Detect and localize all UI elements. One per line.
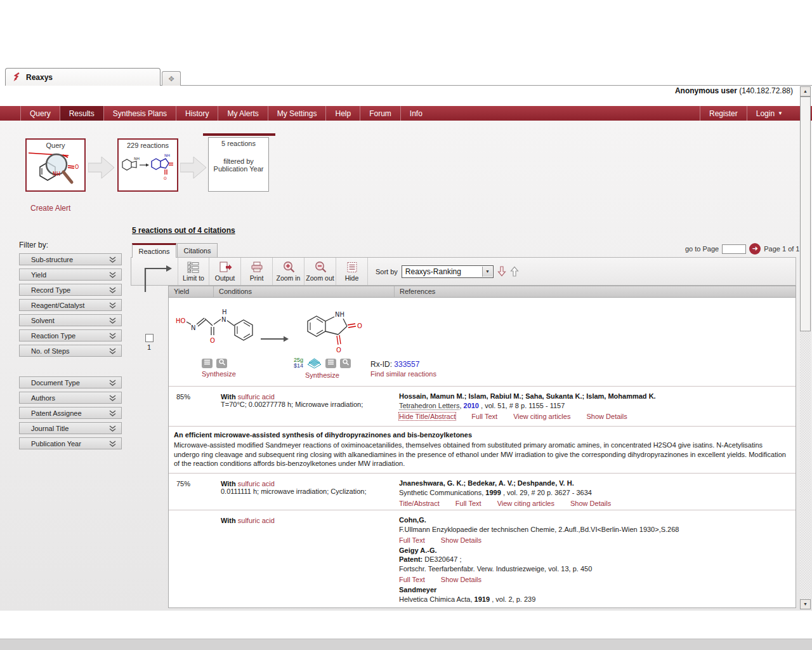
synthesize-link-right[interactable]: Synthesize bbox=[305, 371, 353, 379]
reactant-search-icon[interactable] bbox=[216, 359, 227, 368]
filter-authors[interactable]: Authors bbox=[19, 392, 122, 404]
full-text-link[interactable]: Full Text bbox=[399, 606, 425, 608]
reagent-link[interactable]: sulfuric acid bbox=[238, 517, 275, 524]
nav-history[interactable]: History bbox=[176, 106, 218, 121]
show-details-link[interactable]: Show Details bbox=[441, 576, 481, 583]
filter-publication-year[interactable]: Publication Year bbox=[19, 437, 122, 449]
full-text-link[interactable]: Full Text bbox=[471, 413, 497, 420]
sort-descending-icon[interactable] bbox=[497, 266, 506, 277]
show-details-link[interactable]: Show Details bbox=[441, 536, 481, 544]
nav-register[interactable]: Register bbox=[700, 106, 747, 121]
goto-page-input[interactable] bbox=[722, 244, 746, 254]
product-list-icon[interactable] bbox=[325, 359, 336, 368]
double-chevron-down-icon bbox=[109, 333, 116, 340]
nav-login[interactable]: Login ▼ bbox=[747, 106, 792, 121]
output-button[interactable]: Output bbox=[209, 258, 241, 285]
goto-page-button[interactable]: ➜ bbox=[749, 243, 761, 255]
sort-dropdown[interactable]: Reaxys-Ranking ▼ bbox=[402, 265, 494, 278]
view-citing-articles-link[interactable]: View citing articles bbox=[497, 500, 554, 507]
flow-filtered-box[interactable]: 5 reactions filtered by Publication Year bbox=[208, 137, 269, 192]
filter-sub-structure[interactable]: Sub-structure bbox=[19, 253, 122, 265]
reaction-scheme-row: HO N O H N bbox=[169, 298, 796, 387]
citation-2: Geigy A.-G. Patent: DE320647 ; Fortschr.… bbox=[399, 546, 796, 585]
show-details-link[interactable]: Show Details bbox=[570, 500, 611, 507]
nav-my-settings[interactable]: My Settings bbox=[268, 106, 326, 121]
scroll-down-button[interactable]: ▼ bbox=[800, 599, 811, 609]
record-checkbox[interactable] bbox=[145, 334, 154, 342]
flow-query-box[interactable]: Query O NH bbox=[25, 138, 86, 192]
nav-synthesis-plans[interactable]: Synthesis Plans bbox=[103, 106, 176, 121]
full-text-link[interactable]: Full Text bbox=[455, 500, 481, 507]
rx-id-value[interactable]: 333557 bbox=[394, 360, 419, 369]
nav-info[interactable]: Info bbox=[400, 106, 431, 121]
conditions-cell: With sulfuric acid T=70°C; 0.00277778 h;… bbox=[213, 387, 394, 426]
show-details-link[interactable]: Show Details bbox=[441, 606, 481, 608]
sort-ascending-icon[interactable] bbox=[510, 266, 519, 277]
full-text-link[interactable]: Full Text bbox=[399, 576, 425, 583]
col-header-conditions[interactable]: Conditions bbox=[213, 286, 394, 297]
col-header-references[interactable]: References bbox=[394, 286, 796, 297]
filter-label: No. of Steps bbox=[31, 347, 70, 355]
synthesize-link-left[interactable]: Synthesize bbox=[202, 370, 236, 378]
journal-link[interactable]: Tetrahedron Letters bbox=[399, 402, 459, 410]
filter-patent-assignee[interactable]: Patent Assignee bbox=[19, 407, 122, 419]
zoom-out-button[interactable]: Zoom out bbox=[304, 258, 336, 285]
filter-solvent[interactable]: Solvent bbox=[19, 314, 122, 326]
filter-reagent-catalyst[interactable]: Reagent/Catalyst bbox=[19, 299, 122, 311]
reactant-list-icon[interactable] bbox=[202, 359, 213, 368]
title-abstract-link[interactable]: Title/Abstract bbox=[399, 500, 440, 507]
product-search-icon[interactable] bbox=[340, 359, 351, 368]
output-label: Output bbox=[215, 274, 235, 282]
stub-tab-icon: ✥ bbox=[168, 75, 174, 83]
svg-text:N: N bbox=[221, 316, 226, 323]
limit-to-button[interactable]: Limit to bbox=[178, 258, 209, 285]
filter-label: Authors bbox=[31, 394, 55, 402]
browser-tab-reaxys[interactable]: Reaxys bbox=[5, 68, 160, 86]
scrollbar-thumb[interactable] bbox=[800, 96, 811, 331]
abstract-row: An efficient microwave-assisted synthesi… bbox=[169, 427, 796, 474]
supplier-diamond-icon[interactable] bbox=[307, 358, 322, 369]
find-similar-reactions-link[interactable]: Find similar reactions bbox=[370, 370, 436, 378]
view-citing-articles-link[interactable]: View citing articles bbox=[513, 413, 570, 420]
citation-detail: , vol. 51, # 8 p. 1155 - 1157 bbox=[481, 402, 565, 409]
nav-forum[interactable]: Forum bbox=[360, 106, 400, 121]
abstract-title: An efficient microwave-assisted synthesi… bbox=[174, 430, 789, 439]
hide-button[interactable]: Hide bbox=[336, 258, 368, 285]
reagent-link[interactable]: sulfuric acid bbox=[238, 393, 275, 401]
tab-citations[interactable]: Citations bbox=[177, 243, 218, 258]
reagent-link[interactable]: sulfuric acid bbox=[238, 480, 275, 488]
filter-reaction-type[interactable]: Reaction Type bbox=[19, 329, 122, 342]
filter-document-type[interactable]: Document Type bbox=[19, 376, 122, 388]
nav-query[interactable]: Query bbox=[20, 106, 60, 121]
hide-title-abstract-link[interactable]: Hide Title/Abstract bbox=[399, 413, 455, 420]
show-details-link[interactable]: Show Details bbox=[587, 413, 627, 420]
filter-label: Document Type bbox=[31, 379, 80, 387]
vertical-scrollbar[interactable]: ▲ ▼ bbox=[800, 86, 811, 609]
double-chevron-down-icon bbox=[109, 441, 116, 448]
scroll-up-button[interactable]: ▲ bbox=[800, 86, 811, 96]
col-header-yield[interactable]: Yield bbox=[169, 286, 213, 297]
filter-yield[interactable]: Yield bbox=[19, 269, 122, 281]
references-cell: Hossain, Mamun M.; Islam, Rabiul M.; Sah… bbox=[394, 387, 796, 426]
full-text-link[interactable]: Full Text bbox=[399, 536, 425, 544]
create-alert-link[interactable]: Create Alert bbox=[30, 204, 70, 213]
filter-record-type[interactable]: Record Type bbox=[19, 284, 122, 296]
tab-reactions[interactable]: Reactions bbox=[132, 243, 176, 258]
flow-229-reactions-box[interactable]: 229 reactions NH NH O bbox=[117, 138, 178, 192]
citation-1: Cohn,G. F.Ullmann Enzyklopaedie der tech… bbox=[399, 515, 796, 545]
nav-results[interactable]: Results bbox=[60, 106, 103, 121]
filter-label: Solvent bbox=[31, 317, 55, 324]
print-button[interactable]: Print bbox=[241, 258, 273, 285]
reaxys-logo-icon bbox=[12, 72, 22, 82]
browser-new-tab-stub[interactable]: ✥ bbox=[162, 71, 181, 86]
double-chevron-down-icon bbox=[109, 395, 116, 402]
zoom-in-button[interactable]: Zoom in bbox=[273, 258, 304, 285]
filter-label: Record Type bbox=[31, 286, 70, 294]
nav-help[interactable]: Help bbox=[325, 106, 360, 121]
filter-journal-title[interactable]: Journal Title bbox=[19, 422, 122, 434]
conditions-cell: With sulfuric acid 0.0111111 h; microwav… bbox=[213, 474, 394, 510]
nav-my-alerts[interactable]: My Alerts bbox=[218, 106, 267, 121]
nav-spacer bbox=[0, 106, 20, 121]
filter-no-of-steps[interactable]: No. of Steps bbox=[19, 345, 122, 357]
price-amount: $14 bbox=[294, 362, 303, 369]
